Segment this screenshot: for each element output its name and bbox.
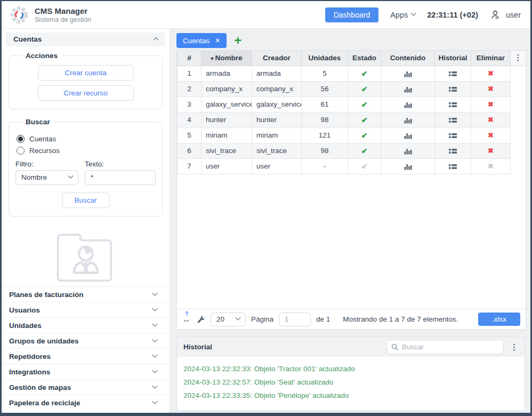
table-row[interactable]: 4hunterhunter98✔✖ [178, 112, 526, 127]
chevron-down-icon [152, 383, 158, 388]
col-contenido[interactable]: Contenido [381, 51, 435, 66]
page-number-input[interactable] [279, 313, 311, 326]
cell-unidades: 61 [302, 97, 348, 112]
historial-search[interactable] [386, 340, 504, 354]
sidebar-item-usuarios[interactable]: Usuarios [2, 302, 170, 318]
cell-nombre: user [201, 158, 252, 174]
sidebar-item-repetidores[interactable]: Repetidores [2, 349, 170, 364]
sidebar-item-papelera-de-reciclaje[interactable]: Papelera de reciclaje [2, 395, 170, 411]
historial-list-icon[interactable] [449, 147, 457, 155]
historial-list-icon[interactable] [449, 69, 457, 77]
historial-list-icon[interactable] [449, 162, 457, 170]
tab-close-icon[interactable]: ✕ [215, 37, 220, 44]
export-xlsx-button[interactable]: .xlsx [478, 313, 520, 326]
historial-options-icon[interactable]: ⋮ [510, 345, 518, 350]
sidebar-item-label: Planes de facturación [9, 291, 84, 299]
table-row[interactable]: 1armadaarmada5✔✖ [178, 66, 526, 81]
contenido-chart-icon[interactable] [404, 147, 412, 155]
cell-num: 4 [178, 112, 201, 127]
sidebar-item-grupos-de-unidades[interactable]: Grupos de unidades [2, 333, 170, 349]
app-subtitle: Sistema de gestión [35, 16, 91, 23]
contenido-chart-icon[interactable] [404, 162, 412, 170]
apps-dropdown[interactable]: Apps [390, 11, 415, 19]
filtro-selected-value: Nombre [21, 173, 47, 181]
col-estado[interactable]: Estado [348, 51, 381, 66]
filtro-select[interactable]: Nombre [15, 170, 78, 185]
accounts-empty-illustration [51, 229, 121, 283]
app-title: CMS Manager [35, 6, 91, 16]
delete-icon[interactable]: ✖ [488, 100, 494, 108]
historial-search-input[interactable] [402, 343, 499, 351]
app-identity: CMS Manager Sistema de gestión [35, 6, 91, 23]
sidebar-item-gesti-n-de-mapas[interactable]: Gestión de mapas [2, 380, 170, 395]
col-num[interactable]: # [178, 51, 201, 66]
accounts-table: # ▾ Nombre Creador Unidades Estado Conte… [177, 51, 526, 174]
buscar-button[interactable]: Buscar [62, 193, 110, 208]
delete-icon[interactable]: ✖ [488, 131, 494, 139]
historial-list-icon[interactable] [449, 100, 457, 108]
cell-unidades: - [302, 158, 348, 174]
dashboard-button[interactable]: Dashboard [325, 7, 379, 22]
contenido-chart-icon[interactable] [404, 116, 412, 124]
cell-unidades: 56 [302, 81, 348, 97]
col-nombre-sorted[interactable]: ▾ Nombre [201, 51, 252, 66]
texto-input[interactable] [85, 170, 156, 185]
cell-nombre: company_x [201, 81, 252, 97]
create-resource-button[interactable]: Crear recurso [38, 85, 134, 101]
chevron-down-icon [152, 306, 158, 311]
estado-check-icon: ✔ [361, 69, 368, 78]
sidebar-item-planes-de-facturaci-n[interactable]: Planes de facturación [2, 287, 170, 302]
cell-num: 1 [178, 66, 201, 81]
sidebar-item-unidades[interactable]: Unidades [2, 318, 170, 333]
settings-wrench-icon[interactable] [197, 315, 205, 324]
table-row[interactable]: 7useruser-✔✖ [178, 158, 526, 174]
showing-status: Mostrando de 1 a 7 de 7 elementos. [343, 315, 458, 323]
estado-check-icon: ✔ [361, 100, 368, 109]
table-footer: ↔? 20 Página de 1 Mostrando de 1 a 7 de … [177, 309, 526, 329]
estado-check-icon: ✔ [361, 162, 368, 171]
radio-cuentas[interactable]: Cuentas [17, 135, 155, 143]
tab-bar: Cuentas ✕ + [176, 32, 525, 49]
table-options-icon[interactable]: ⋮ [514, 53, 522, 62]
delete-icon[interactable]: ✖ [488, 69, 494, 77]
contenido-chart-icon[interactable] [404, 85, 412, 93]
chevron-down-icon [152, 399, 158, 404]
table-row[interactable]: 6sivi_tracesivi_trace98✔✖ [178, 143, 526, 158]
contenido-chart-icon[interactable] [404, 69, 412, 77]
add-tab-button[interactable]: + [234, 35, 241, 46]
historial-list-icon[interactable] [449, 131, 457, 139]
sidebar-section-cuentas[interactable]: Cuentas [6, 33, 165, 46]
contenido-chart-icon[interactable] [404, 131, 412, 139]
delete-icon[interactable]: ✖ [488, 85, 494, 93]
page-size-value: 20 [216, 315, 224, 323]
search-icon [391, 343, 399, 351]
texto-label: Texto: [85, 160, 156, 168]
chevron-down-icon [152, 337, 158, 342]
col-historial[interactable]: Historial [435, 51, 471, 66]
table-row[interactable]: 5miriammiriam121✔✖ [178, 127, 526, 143]
cell-unidades: 5 [302, 66, 348, 81]
buscar-group: Buscar Cuentas Recursos Filtro: Texto: N… [9, 118, 163, 217]
sidebar-item-integrations[interactable]: Integrations [2, 364, 170, 380]
autofit-columns-icon[interactable]: ↔? [182, 315, 190, 324]
historial-list-icon[interactable] [449, 116, 457, 124]
chevron-down-icon [236, 315, 241, 321]
historial-entry: 2024-03-13 22:32:57: Objeto 'Seat' actua… [183, 375, 518, 389]
page-size-select[interactable]: 20 [211, 313, 246, 326]
delete-icon[interactable]: ✖ [488, 116, 494, 124]
col-eliminar[interactable]: Eliminar [471, 51, 511, 66]
tab-cuentas[interactable]: Cuentas ✕ [176, 33, 227, 48]
create-account-button[interactable]: Crear cuenta [38, 65, 134, 81]
acciones-group: Acciones Crear cuenta Crear recurso [9, 52, 163, 109]
col-creador[interactable]: Creador [252, 51, 302, 66]
radio-recursos[interactable]: Recursos [17, 147, 155, 155]
table-row[interactable]: 3galaxy_servicegalaxy_service61✔✖ [178, 97, 526, 112]
table-row[interactable]: 2company_xcompany_x56✔✖ [178, 81, 526, 97]
historial-header: Historial ⋮ [177, 337, 525, 357]
user-menu[interactable]: user [490, 10, 521, 20]
contenido-chart-icon[interactable] [404, 100, 412, 108]
col-unidades[interactable]: Unidades [302, 51, 348, 66]
buscar-legend: Buscar [22, 118, 54, 126]
historial-list-icon[interactable] [449, 85, 457, 93]
delete-icon[interactable]: ✖ [488, 147, 494, 155]
